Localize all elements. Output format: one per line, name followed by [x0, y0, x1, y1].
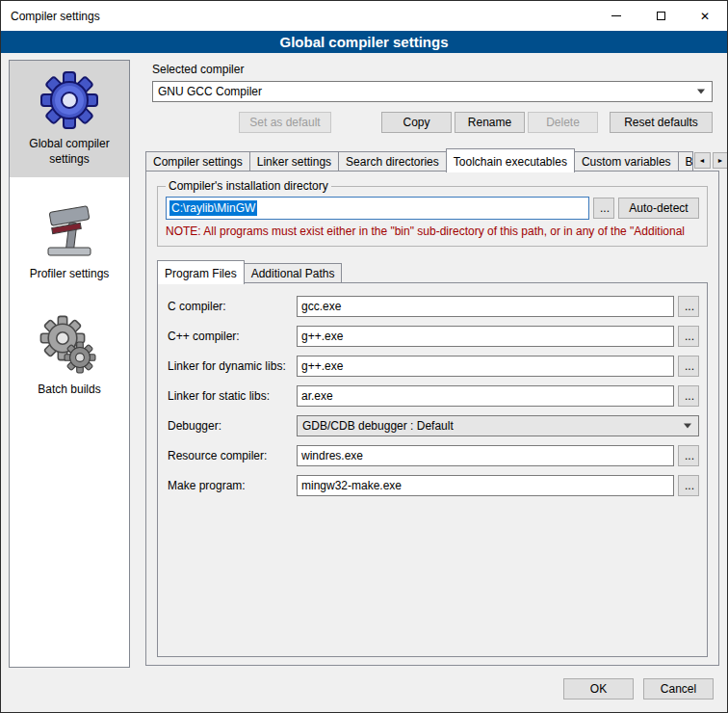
- installation-directory-value: C:\raylib\MinGW: [169, 200, 257, 216]
- c-compiler-row: C compiler: ...: [168, 296, 699, 317]
- toolchain-executables-page: Compiler's installation directory C:\ray…: [145, 171, 719, 666]
- minimize-icon: [611, 15, 621, 16]
- sidebar-item-label: Profiler settings: [30, 267, 110, 282]
- make-program-input[interactable]: [297, 475, 674, 496]
- dialog-footer: OK Cancel: [1, 672, 727, 712]
- linker-dynamic-label: Linker for dynamic libs:: [168, 359, 297, 373]
- sidebar-item-batch-builds[interactable]: Batch builds: [10, 306, 129, 409]
- debugger-row: Debugger: GDB/CDB debugger : Default: [168, 415, 699, 436]
- linker-dynamic-row: Linker for dynamic libs: ...: [168, 356, 699, 377]
- installation-directory-group: Compiler's installation directory C:\ray…: [157, 179, 708, 247]
- cpp-compiler-row: C++ compiler: ...: [168, 326, 699, 347]
- close-button[interactable]: ✕: [683, 1, 727, 31]
- compiler-actions: Set as default Copy Rename Delete Reset …: [152, 112, 713, 133]
- linker-static-label: Linker for static libs:: [168, 389, 297, 403]
- minimize-button[interactable]: [594, 1, 638, 31]
- linker-dynamic-input[interactable]: [297, 356, 674, 377]
- profiler-icon: [39, 199, 100, 261]
- copy-button[interactable]: Copy: [381, 112, 452, 133]
- tab-search-directories[interactable]: Search directories: [338, 151, 447, 172]
- installation-directory-input[interactable]: C:\raylib\MinGW: [166, 197, 589, 220]
- program-files-page: C compiler: ... C++ compiler: ... Linker…: [157, 282, 708, 657]
- tab-scroll-right-button[interactable]: ►: [713, 152, 728, 169]
- resource-compiler-row: Resource compiler: ...: [168, 445, 699, 466]
- dropdown-arrow-icon: [684, 424, 691, 429]
- delete-button: Delete: [528, 112, 598, 133]
- resource-compiler-browse-button[interactable]: ...: [678, 445, 699, 466]
- resource-compiler-label: Resource compiler:: [168, 449, 297, 462]
- debugger-value: GDB/CDB debugger : Default: [302, 419, 454, 433]
- settings-category-sidebar: Global compiler settings Profiler settin…: [9, 60, 130, 668]
- ok-button[interactable]: OK: [563, 678, 634, 700]
- linker-dynamic-browse-button[interactable]: ...: [678, 356, 699, 377]
- make-program-label: Make program:: [168, 479, 297, 492]
- resource-compiler-input[interactable]: [297, 445, 674, 466]
- cancel-button[interactable]: Cancel: [643, 678, 714, 700]
- settings-tabbar: Compiler settings Linker settings Search…: [145, 148, 719, 172]
- linker-static-input[interactable]: [297, 385, 674, 407]
- main-panel: Selected compiler GNU GCC Compiler Set a…: [141, 60, 719, 668]
- make-program-browse-button[interactable]: ...: [678, 475, 699, 496]
- debugger-select[interactable]: GDB/CDB debugger : Default: [297, 415, 699, 436]
- make-program-row: Make program: ...: [168, 475, 699, 496]
- dialog-heading: Global compiler settings: [1, 31, 727, 53]
- tab-scroll-buttons: ◄ ►: [692, 152, 728, 169]
- sidebar-item-profiler-settings[interactable]: Profiler settings: [10, 191, 129, 293]
- installation-directory-row: C:\raylib\MinGW ... Auto-detect: [166, 197, 699, 220]
- compiler-settings-window: Compiler settings ✕ Global compiler sett…: [0, 0, 728, 713]
- c-compiler-browse-button[interactable]: ...: [678, 296, 699, 317]
- selected-compiler-label: Selected compiler: [152, 63, 719, 76]
- tab-compiler-settings[interactable]: Compiler settings: [145, 151, 250, 172]
- maximize-button[interactable]: [638, 1, 683, 31]
- linker-static-browse-button[interactable]: ...: [678, 385, 699, 407]
- linker-static-row: Linker for static libs: ...: [168, 385, 699, 407]
- cpp-compiler-browse-button[interactable]: ...: [678, 326, 699, 347]
- sidebar-item-label: Batch builds: [38, 383, 100, 398]
- tab-toolchain-executables[interactable]: Toolchain executables: [446, 148, 575, 172]
- debugger-label: Debugger:: [168, 419, 297, 433]
- bin-subdirectory-note: NOTE: All programs must exist either in …: [166, 224, 699, 238]
- selected-compiler-value: GNU GCC Compiler: [158, 85, 262, 98]
- selected-compiler-select[interactable]: GNU GCC Compiler: [152, 81, 713, 102]
- compiler-gear-icon: [39, 69, 100, 131]
- sidebar-item-global-compiler-settings[interactable]: Global compiler settings: [10, 61, 129, 177]
- c-compiler-input[interactable]: [297, 296, 674, 317]
- c-compiler-label: C compiler:: [168, 300, 297, 313]
- autodetect-button[interactable]: Auto-detect: [618, 198, 699, 219]
- sidebar-item-label: Global compiler settings: [23, 137, 116, 167]
- tab-scroll-left-button[interactable]: ◄: [694, 152, 711, 169]
- titlebar[interactable]: Compiler settings ✕: [1, 1, 727, 31]
- close-icon: ✕: [700, 11, 710, 22]
- dropdown-arrow-icon: [697, 90, 705, 94]
- directory-browse-button[interactable]: ...: [593, 198, 614, 219]
- maximize-icon: [657, 12, 665, 20]
- tab-custom-variables[interactable]: Custom variables: [574, 151, 679, 172]
- cpp-compiler-input[interactable]: [297, 326, 674, 347]
- right-arrow-icon: ►: [717, 157, 724, 164]
- installation-directory-legend: Compiler's installation directory: [166, 179, 331, 193]
- tab-linker-settings[interactable]: Linker settings: [249, 151, 339, 172]
- program-files-tabbar: Program Files Additional Paths: [157, 260, 710, 283]
- left-arrow-icon: ◄: [699, 157, 706, 164]
- window-controls: ✕: [594, 1, 727, 31]
- window-title: Compiler settings: [11, 10, 594, 23]
- cpp-compiler-label: C++ compiler:: [168, 330, 297, 343]
- batch-builds-gears-icon: [39, 315, 100, 377]
- tab-build-options-truncated[interactable]: Buil: [678, 151, 693, 172]
- subtab-program-files[interactable]: Program Files: [157, 260, 245, 284]
- dialog-body: Global compiler settings Profiler settin…: [1, 53, 727, 672]
- reset-defaults-button[interactable]: Reset defaults: [610, 112, 713, 133]
- rename-button[interactable]: Rename: [455, 112, 525, 133]
- subtab-additional-paths[interactable]: Additional Paths: [244, 263, 343, 283]
- set-as-default-button: Set as default: [239, 112, 331, 133]
